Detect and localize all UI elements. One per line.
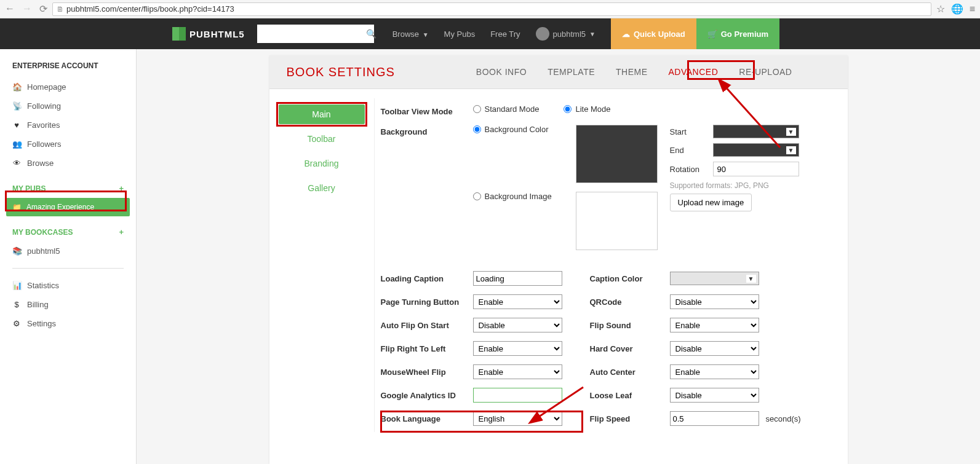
sidebar-title: ENTERPRISE ACCOUNT xyxy=(0,61,136,70)
label-looseleaf: Loose Leaf xyxy=(590,391,670,400)
flipsound-select[interactable]: Enable xyxy=(670,318,759,332)
back-icon[interactable]: ← xyxy=(5,3,15,15)
label-ga: Google Analytics ID xyxy=(381,391,473,400)
loading-caption-input[interactable] xyxy=(473,271,562,286)
sidebar-item-following[interactable]: 📡Following xyxy=(0,96,136,116)
subnav-gallery[interactable]: Gallery xyxy=(279,178,365,198)
search-box[interactable]: 🔍 xyxy=(257,25,374,43)
start-color-picker[interactable]: ▼ xyxy=(713,125,799,138)
label-hardcover: Hard Cover xyxy=(590,344,670,353)
ga-input[interactable] xyxy=(473,388,562,403)
forward-icon[interactable]: → xyxy=(22,3,32,15)
autocenter-select[interactable]: Enable xyxy=(670,364,759,379)
chart-icon: 📊 xyxy=(12,281,21,290)
quick-upload-button[interactable]: ☁ Quick Upload xyxy=(611,18,696,49)
home-icon: 🏠 xyxy=(12,82,21,92)
add-pub-button[interactable]: + xyxy=(119,184,124,193)
subnav-main[interactable]: Main xyxy=(279,104,365,124)
avatar-icon xyxy=(536,27,549,41)
label-rotation: Rotation xyxy=(670,165,707,174)
tab-bookinfo[interactable]: BOOK INFO xyxy=(475,65,528,79)
label-end-color: End xyxy=(670,146,707,155)
sidebar-item-followers[interactable]: 👥Followers xyxy=(0,135,136,154)
label-loading-caption: Loading Caption xyxy=(381,274,473,283)
browser-toolbar: ← → ⟳ 🗎 pubhtml5.com/center/flips/book.p… xyxy=(0,0,980,18)
cloud-upload-icon: ☁ xyxy=(622,29,630,39)
nav-mypubs[interactable]: My Pubs xyxy=(444,29,476,39)
subnav-branding[interactable]: Branding xyxy=(279,154,365,173)
label-autoflip: Auto Flip On Start xyxy=(381,321,473,330)
go-premium-button[interactable]: 🛒 Go Premium xyxy=(696,18,779,49)
books-icon: 📚 xyxy=(12,246,21,256)
menu-icon[interactable]: ≡ xyxy=(970,4,975,15)
label-flipsound: Flip Sound xyxy=(590,321,670,330)
search-input[interactable] xyxy=(262,29,366,39)
logo[interactable]: PUBHTML5 xyxy=(172,27,245,41)
settings-panel: BOOK SETTINGS BOOK INFO TEMPLATE THEME A… xyxy=(269,55,848,464)
sidebar-bookcase-item[interactable]: 📚pubhtml5 xyxy=(0,242,136,261)
label-toolbar-view: Toolbar View Mode xyxy=(381,104,473,116)
add-bookcase-button[interactable]: + xyxy=(119,227,124,237)
nav-browse[interactable]: Browse ▼ xyxy=(392,29,429,39)
globe-icon[interactable]: 🌐 xyxy=(951,3,963,15)
label-language: Book Language xyxy=(381,414,473,423)
tab-reupload[interactable]: RE-UPLOAD xyxy=(738,65,793,79)
sidebar-item-favorites[interactable]: ♥Favorites xyxy=(0,116,136,135)
content-area: BOOK SETTINGS BOOK INFO TEMPLATE THEME A… xyxy=(137,49,980,464)
tab-template[interactable]: TEMPLATE xyxy=(546,65,596,79)
dollar-icon: $ xyxy=(12,300,21,309)
formats-hint: Supported formats: JPG, PNG xyxy=(670,181,835,190)
upload-image-button[interactable]: Upload new image xyxy=(670,194,752,211)
app-header: PUBHTML5 🔍 Browse ▼ My Pubs Free Try pub… xyxy=(0,18,980,49)
sidebar-item-settings[interactable]: ⚙Settings xyxy=(0,314,136,333)
hardcover-select[interactable]: Disable xyxy=(670,341,759,356)
flipspeed-suffix: second(s) xyxy=(762,414,835,423)
radio-bg-color[interactable]: Background Color xyxy=(473,125,564,134)
address-bar[interactable]: 🗎 pubhtml5.com/center/flips/book.php?cid… xyxy=(52,2,931,16)
language-select[interactable]: English xyxy=(473,411,562,426)
search-icon[interactable]: 🔍 xyxy=(366,29,376,39)
sidebar: ENTERPRISE ACCOUNT 🏠Homepage 📡Following … xyxy=(0,49,137,464)
label-background: Background xyxy=(381,125,473,136)
form-area: Toolbar View Mode Standard Mode Lite Mod… xyxy=(374,98,848,432)
panel-title: BOOK SETTINGS xyxy=(287,65,395,79)
label-qrcode: QRCode xyxy=(590,297,670,307)
sidebar-active-pub[interactable]: 📁 Amazing Experience xyxy=(6,198,130,216)
bg-color-preview xyxy=(576,125,658,183)
nav-freetry[interactable]: Free Try xyxy=(490,29,520,39)
user-menu[interactable]: pubhtml5 ▼ xyxy=(536,27,596,41)
page-turning-select[interactable]: Enable xyxy=(473,294,562,309)
mousewheel-select[interactable]: Enable xyxy=(473,364,562,379)
reload-icon[interactable]: ⟳ xyxy=(39,3,47,15)
rtl-select[interactable]: Enable xyxy=(473,341,562,356)
flipspeed-input[interactable] xyxy=(670,411,759,426)
eye-icon: 👁 xyxy=(12,159,21,168)
tabs-bar: BOOK SETTINGS BOOK INFO TEMPLATE THEME A… xyxy=(269,55,848,89)
tab-theme[interactable]: THEME xyxy=(615,65,649,79)
gear-icon: ⚙ xyxy=(12,319,21,328)
end-color-picker[interactable]: ▼ xyxy=(713,143,799,157)
logo-icon xyxy=(172,27,186,41)
label-start-color: Start xyxy=(670,127,707,136)
label-caption-color: Caption Color xyxy=(590,274,670,283)
caption-color-picker[interactable]: ▼ xyxy=(670,272,759,285)
autoflip-select[interactable]: Disable xyxy=(473,318,562,332)
qrcode-select[interactable]: Disable xyxy=(670,294,759,309)
radio-bg-image[interactable]: Background Image xyxy=(473,192,564,201)
rotation-input[interactable] xyxy=(713,162,799,176)
sidebar-item-browse[interactable]: 👁Browse xyxy=(0,154,136,173)
looseleaf-select[interactable]: Disable xyxy=(670,388,759,403)
bg-image-preview xyxy=(576,192,658,250)
logo-text: PUBHTML5 xyxy=(189,29,245,39)
rss-icon: 📡 xyxy=(12,101,21,111)
tab-advanced[interactable]: ADVANCED xyxy=(667,65,720,79)
star-icon[interactable]: ☆ xyxy=(936,3,945,15)
label-autocenter: Auto Center xyxy=(590,368,670,377)
radio-lite-mode[interactable]: Lite Mode xyxy=(564,104,610,114)
sidebar-item-homepage[interactable]: 🏠Homepage xyxy=(0,77,136,96)
sidebar-item-billing[interactable]: $Billing xyxy=(0,295,136,314)
sidebar-item-statistics[interactable]: 📊Statistics xyxy=(0,276,136,295)
radio-standard-mode[interactable]: Standard Mode xyxy=(473,104,540,114)
bookcases-header: MY BOOKCASES + xyxy=(0,227,136,237)
subnav-toolbar[interactable]: Toolbar xyxy=(279,129,365,149)
